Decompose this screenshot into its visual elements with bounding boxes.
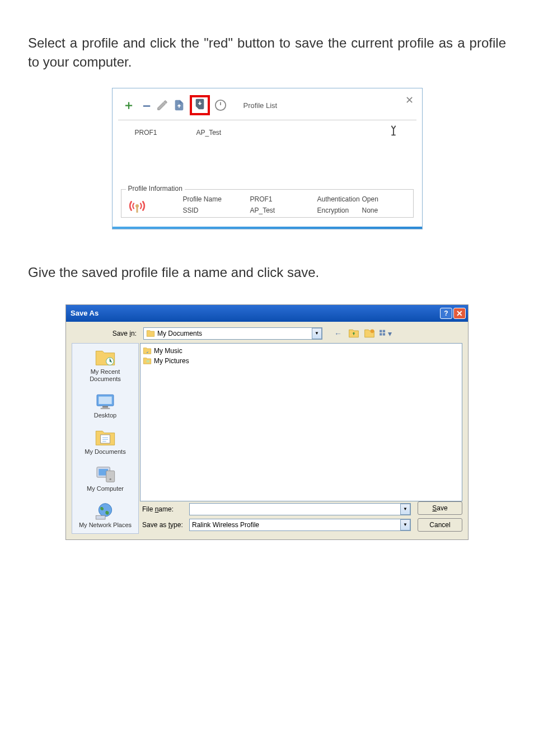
svg-point-3 — [371, 329, 374, 333]
value-ssid: AP_Test — [250, 206, 317, 214]
folder-icon — [146, 329, 155, 338]
label-profile-name: Profile Name — [183, 195, 250, 203]
places-bar: My Recent Documents Desktop My Documents… — [72, 343, 139, 534]
panel-title: Profile List — [243, 101, 278, 110]
svg-rect-7 — [383, 333, 385, 335]
edit-profile-icon[interactable] — [156, 99, 168, 111]
file-list-area[interactable]: My Music My Pictures — [140, 343, 462, 501]
save-type-dropdown[interactable]: Ralink Wireless Profile ▼ — [189, 519, 411, 531]
file-name-label: File name: — [140, 505, 185, 513]
view-menu-icon[interactable]: ▾ — [378, 327, 392, 340]
value-encryption: None — [362, 206, 385, 214]
desktop-icon — [94, 392, 116, 411]
computer-icon — [94, 465, 116, 484]
up-folder-icon[interactable] — [347, 327, 360, 340]
instruction-text-1: Select a profile and click the "red" but… — [28, 34, 506, 71]
svg-rect-5 — [383, 330, 385, 332]
profile-list-panel: ＋ － Profile List ✕ PROF1 AP_Test — [112, 88, 423, 229]
value-authentication: Open — [362, 195, 385, 203]
recent-docs-icon — [94, 348, 116, 367]
network-icon — [94, 501, 116, 520]
new-folder-icon[interactable] — [363, 327, 376, 340]
save-in-value: My Documents — [157, 330, 202, 337]
close-button[interactable]: ✕ — [453, 308, 466, 319]
save-type-label: Save as type: — [140, 521, 185, 529]
save-in-dropdown[interactable]: My Documents ▼ — [143, 327, 322, 340]
place-label: My Documents — [85, 448, 125, 456]
file-name-input[interactable]: ▼ — [189, 503, 411, 515]
label-ssid: SSID — [183, 206, 250, 214]
label-authentication: Authentication — [317, 195, 362, 203]
folder-item[interactable]: My Music — [143, 346, 460, 356]
place-recent-documents[interactable]: My Recent Documents — [74, 348, 136, 383]
instruction-text-2: Give the saved profile file a name and c… — [28, 263, 506, 282]
svg-rect-13 — [101, 435, 110, 443]
place-desktop[interactable]: Desktop — [94, 392, 116, 419]
place-my-documents[interactable]: My Documents — [85, 428, 125, 456]
folder-item-label: My Pictures — [154, 357, 189, 365]
add-profile-icon[interactable]: ＋ — [123, 99, 135, 111]
save-as-dialog: Save As ? ✕ Save in: My Documents ▼ ← ▾ — [65, 304, 469, 540]
place-label: My Recent Documents — [74, 368, 136, 383]
save-type-value: Ralink Wireless Profile — [192, 521, 259, 529]
label-encryption: Encryption — [317, 206, 362, 214]
place-my-network[interactable]: My Network Places — [79, 501, 132, 529]
save-in-row: Save in: My Documents ▼ ← ▾ — [72, 327, 462, 340]
folder-icon — [143, 356, 152, 365]
help-button[interactable]: ? — [440, 308, 452, 319]
place-label: My Network Places — [79, 522, 132, 529]
value-profile-name: PROF1 — [250, 195, 317, 203]
chevron-down-icon[interactable]: ▼ — [312, 328, 322, 339]
save-button[interactable]: Save — [418, 501, 462, 515]
dialog-titlebar: Save As ? ✕ — [66, 305, 468, 322]
svg-rect-6 — [380, 333, 382, 335]
mydocs-icon — [94, 428, 116, 447]
close-icon[interactable]: ✕ — [405, 94, 414, 106]
file-name-row: File name: ▼ — [140, 501, 414, 517]
remove-profile-icon[interactable]: － — [139, 99, 152, 111]
svg-rect-11 — [102, 406, 108, 407]
dialog-title: Save As — [71, 309, 439, 317]
chevron-down-icon[interactable]: ▼ — [400, 504, 410, 515]
place-label: My Computer — [87, 485, 124, 492]
profile-toolbar: ＋ － Profile List ✕ — [113, 88, 422, 120]
chevron-down-icon[interactable]: ▼ — [400, 519, 410, 530]
broadcast-icon — [127, 196, 145, 214]
svg-rect-10 — [99, 397, 111, 404]
save-in-label: Save in: — [106, 330, 140, 337]
folder-icon — [143, 346, 152, 355]
profile-row[interactable]: PROF1 AP_Test — [113, 120, 422, 144]
wps-icon[interactable] — [214, 99, 227, 111]
svg-rect-12 — [101, 408, 110, 410]
import-profile-icon[interactable] — [173, 99, 185, 111]
back-icon[interactable]: ← — [331, 327, 345, 340]
group-legend: Profile Information — [126, 185, 185, 192]
export-profile-icon[interactable] — [194, 98, 206, 113]
red-highlight-box — [190, 95, 210, 115]
svg-rect-20 — [147, 360, 149, 362]
svg-rect-2 — [136, 207, 138, 213]
svg-rect-4 — [380, 330, 382, 332]
folder-item[interactable]: My Pictures — [143, 356, 460, 366]
svg-rect-19 — [96, 515, 105, 519]
place-my-computer[interactable]: My Computer — [87, 465, 124, 492]
profile-information-group: Profile Information Profile Name PROF1 A… — [121, 189, 414, 218]
profile-row-name: PROF1 — [135, 129, 196, 137]
save-type-row: Save as type: Ralink Wireless Profile ▼ — [140, 517, 414, 533]
cancel-button[interactable]: Cancel — [418, 518, 462, 532]
svg-point-18 — [99, 503, 111, 516]
folder-item-label: My Music — [154, 347, 182, 355]
place-label: Desktop — [94, 412, 116, 419]
svg-rect-16 — [106, 471, 115, 482]
antenna-icon — [387, 125, 400, 140]
svg-point-17 — [110, 478, 111, 480]
profile-row-ssid: AP_Test — [196, 129, 308, 137]
